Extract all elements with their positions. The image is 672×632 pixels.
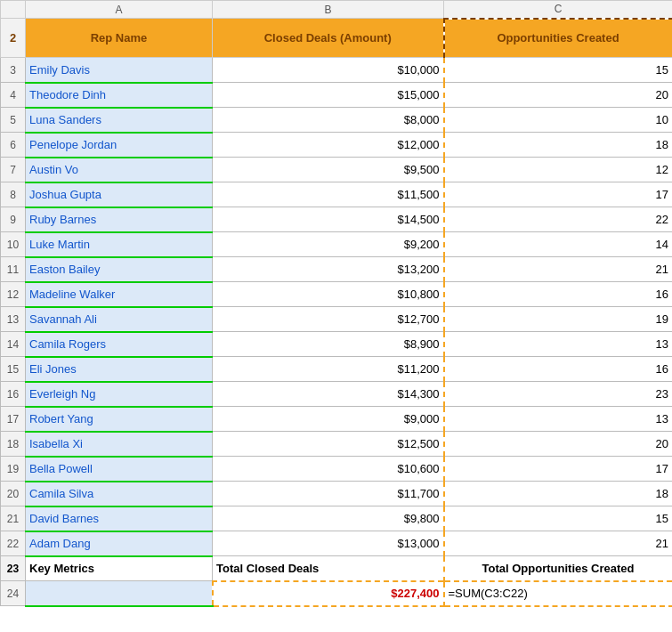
closed-deals-amount: $14,300 <box>213 382 444 407</box>
row-num: 18 <box>1 432 26 457</box>
opportunities-count: 21 <box>444 257 673 282</box>
rep-name: Everleigh Ng <box>26 382 213 407</box>
row-num: 4 <box>1 83 26 108</box>
table-row: 6 Penelope Jordan $12,000 18 <box>1 133 673 158</box>
table-row: 8 Joshua Gupta $11,500 17 <box>1 182 673 207</box>
rep-name: Bella Powell <box>26 457 213 482</box>
opportunities-count: 12 <box>444 158 673 182</box>
row-num: 9 <box>1 207 26 232</box>
header-rep-name: Rep Name <box>26 19 213 58</box>
rep-name: Robert Yang <box>26 407 213 432</box>
corner-cell <box>1 1 26 19</box>
rep-name: Adam Dang <box>26 531 213 556</box>
closed-deals-amount: $9,800 <box>213 506 444 531</box>
row-num: 12 <box>1 282 26 307</box>
table-row: 19 Bella Powell $10,600 17 <box>1 457 673 482</box>
header-opportunities: Opportunities Created <box>444 19 673 58</box>
opportunities-count: 21 <box>444 531 673 556</box>
opportunities-count: 18 <box>444 133 673 158</box>
summary-row: 24 $227,400 =SUM(C3:C22) <box>1 581 673 606</box>
key-metrics-row: 23 Key Metrics Total Closed Deals Total … <box>1 556 673 581</box>
row-num: 7 <box>1 158 26 182</box>
rep-name: Theodore Dinh <box>26 83 213 108</box>
closed-deals-amount: $9,200 <box>213 232 444 257</box>
total-closed-deals-label: Total Closed Deals <box>213 556 444 581</box>
closed-deals-amount: $15,000 <box>213 83 444 108</box>
row-num: 15 <box>1 357 26 382</box>
closed-deals-amount: $11,500 <box>213 182 444 207</box>
closed-deals-amount: $13,200 <box>213 257 444 282</box>
row-num: 5 <box>1 108 26 133</box>
rep-name: David Barnes <box>26 506 213 531</box>
spreadsheet: A B C 2 Rep Name Closed Deals (Amount) O… <box>0 0 672 607</box>
col-letter-a: A <box>26 1 213 19</box>
rep-name: Luke Martin <box>26 232 213 257</box>
row-num: 11 <box>1 257 26 282</box>
metrics-label: Key Metrics <box>26 556 213 581</box>
summary-rownum: 24 <box>1 581 26 606</box>
row-num: 6 <box>1 133 26 158</box>
opportunities-count: 23 <box>444 382 673 407</box>
table-row: 5 Luna Sanders $8,000 10 <box>1 108 673 133</box>
row-num: 19 <box>1 457 26 482</box>
rep-name: Austin Vo <box>26 158 213 182</box>
rep-name: Eli Jones <box>26 357 213 382</box>
table-row: 10 Luke Martin $9,200 14 <box>1 232 673 257</box>
col-letter-c: C <box>444 1 673 19</box>
opportunities-count: 14 <box>444 232 673 257</box>
opportunities-count: 15 <box>444 506 673 531</box>
rep-name: Isabella Xi <box>26 432 213 457</box>
row-num: 22 <box>1 531 26 556</box>
table-row: 22 Adam Dang $13,000 21 <box>1 531 673 556</box>
row-num: 14 <box>1 332 26 357</box>
table-row: 20 Camila Silva $11,700 18 <box>1 482 673 506</box>
rep-name: Luna Sanders <box>26 108 213 133</box>
opportunities-count: 13 <box>444 332 673 357</box>
table-row: 9 Ruby Barnes $14,500 22 <box>1 207 673 232</box>
column-header-row: 2 Rep Name Closed Deals (Amount) Opportu… <box>1 19 673 58</box>
rep-name: Madeline Walker <box>26 282 213 307</box>
opportunities-count: 16 <box>444 357 673 382</box>
opportunities-count: 17 <box>444 457 673 482</box>
opportunities-count: 18 <box>444 482 673 506</box>
opportunities-count: 22 <box>444 207 673 232</box>
rep-name: Penelope Jordan <box>26 133 213 158</box>
col-letter-b: B <box>213 1 444 19</box>
opportunities-count: 15 <box>444 58 673 83</box>
table-row: 14 Camila Rogers $8,900 13 <box>1 332 673 357</box>
table-row: 16 Everleigh Ng $14,300 23 <box>1 382 673 407</box>
closed-deals-amount: $9,500 <box>213 158 444 182</box>
closed-deals-amount: $11,700 <box>213 482 444 506</box>
closed-deals-amount: $11,200 <box>213 357 444 382</box>
table-row: 12 Madeline Walker $10,800 16 <box>1 282 673 307</box>
opportunities-count: 13 <box>444 407 673 432</box>
table-row: 18 Isabella Xi $12,500 20 <box>1 432 673 457</box>
closed-deals-amount: $12,500 <box>213 432 444 457</box>
closed-deals-amount: $9,000 <box>213 407 444 432</box>
closed-deals-amount: $10,000 <box>213 58 444 83</box>
rep-name: Ruby Barnes <box>26 207 213 232</box>
opportunities-count: 19 <box>444 307 673 332</box>
rep-name: Joshua Gupta <box>26 182 213 207</box>
col-letter-row: A B C <box>1 1 673 19</box>
header-rownum: 2 <box>1 19 26 58</box>
closed-deals-amount: $13,000 <box>213 531 444 556</box>
row-num: 10 <box>1 232 26 257</box>
table-row: 13 Savannah Ali $12,700 19 <box>1 307 673 332</box>
table-row: 4 Theodore Dinh $15,000 20 <box>1 83 673 108</box>
table-row: 11 Easton Bailey $13,200 21 <box>1 257 673 282</box>
row-num: 17 <box>1 407 26 432</box>
row-num: 8 <box>1 182 26 207</box>
closed-deals-amount: $12,000 <box>213 133 444 158</box>
header-closed-deals: Closed Deals (Amount) <box>213 19 444 58</box>
table-row: 15 Eli Jones $11,200 16 <box>1 357 673 382</box>
total-deals-value: $227,400 <box>213 581 444 606</box>
rep-name: Emily Davis <box>26 58 213 83</box>
rep-name: Savannah Ali <box>26 307 213 332</box>
closed-deals-amount: $14,500 <box>213 207 444 232</box>
table-row: 7 Austin Vo $9,500 12 <box>1 158 673 182</box>
table-row: 3 Emily Davis $10,000 15 <box>1 58 673 83</box>
opportunities-count: 10 <box>444 108 673 133</box>
closed-deals-amount: $10,600 <box>213 457 444 482</box>
closed-deals-amount: $10,800 <box>213 282 444 307</box>
